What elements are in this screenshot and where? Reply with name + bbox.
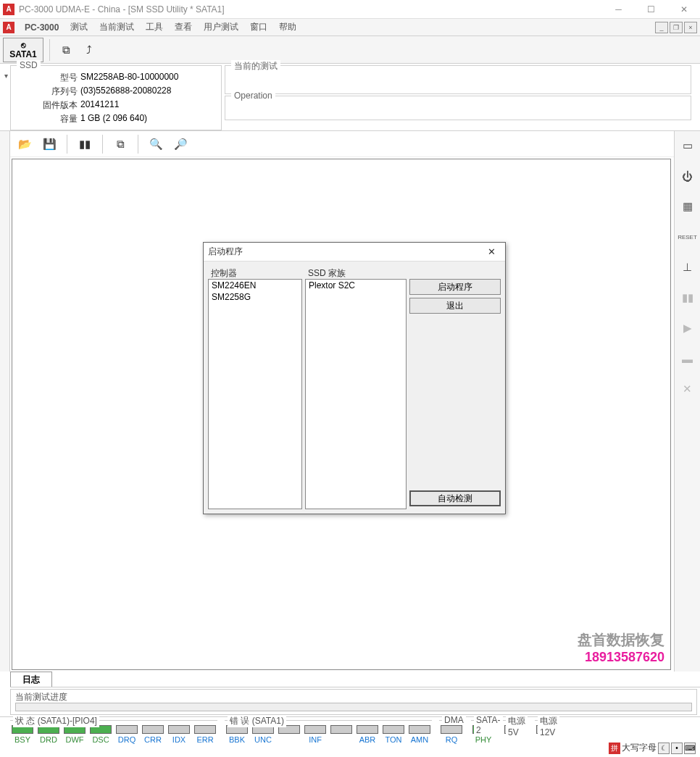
led-cell: AMN <box>407 725 432 744</box>
start-button[interactable]: 启动程序 <box>409 279 501 295</box>
menu-tools[interactable]: 工具 <box>140 21 169 33</box>
exit-button[interactable]: ⤴ <box>79 40 99 60</box>
led-indicator <box>330 725 352 734</box>
exit-dialog-button[interactable]: 退出 <box>409 298 501 314</box>
current-test-panel: 当前的测试 <box>225 65 691 94</box>
led-cell: BSY <box>10 725 35 744</box>
led-label: BSY <box>10 735 35 744</box>
dialog-close-button[interactable]: ✕ <box>482 245 501 259</box>
play-icon[interactable]: ▶ <box>678 318 698 338</box>
progress-label: 当前测试进度 <box>15 691 67 703</box>
open-button[interactable]: 📂 <box>14 134 35 154</box>
led-indicator <box>441 725 462 734</box>
copy-all-button[interactable]: ⧉ <box>110 134 130 154</box>
led-indicator <box>116 725 138 734</box>
dialog-title-text: 启动程序 <box>208 246 243 258</box>
controller-item[interactable]: SM2258G <box>209 291 301 303</box>
led-label: UNC <box>251 735 275 744</box>
led-cell: INF <box>303 725 328 744</box>
status-group-label: 状 态 (SATA1)-[PIO4] <box>13 715 99 727</box>
ssd-info-panel: SSD 型号 SM2258AB-80-10000000 序列号 (03)5526… <box>10 65 222 130</box>
startup-dialog: 启动程序 ✕ 控制器 SM2246ENSM2258G SSD 家族 Plexto… <box>203 242 506 514</box>
chip2-icon[interactable]: ▬ <box>678 348 698 369</box>
menu-window[interactable]: 窗口 <box>244 21 273 33</box>
led-label: DRQ <box>114 735 139 744</box>
sata-icon: ⎋ <box>21 41 26 49</box>
status-group-5v: 电源 5V <box>503 720 528 735</box>
tab-log[interactable]: 日志 <box>10 672 52 687</box>
led-cell: DRQ <box>114 725 139 744</box>
find-button[interactable]: 🔍 <box>146 134 166 154</box>
ime-kb-icon[interactable]: ⌨ <box>684 743 696 754</box>
find-next-button[interactable]: 🔎 <box>170 134 191 154</box>
ssd-family-item[interactable]: Plextor S2C <box>306 280 406 291</box>
auto-detect-button[interactable]: 自动检测 <box>409 490 501 506</box>
led-indicator <box>194 725 216 734</box>
led-label: INF <box>303 735 328 744</box>
watermark-line2: 18913587620 <box>578 650 664 665</box>
chip-icon[interactable]: ▭ <box>678 135 698 156</box>
status-group-sata2: SATA-2PHY <box>471 720 496 744</box>
mdi-minimize-button[interactable]: _ <box>655 22 668 33</box>
led-label: BBK <box>225 735 249 744</box>
led-label: DSC <box>88 735 113 744</box>
maximize-button[interactable]: ☐ <box>635 0 667 19</box>
spacer <box>409 266 501 279</box>
mdi-restore-button[interactable]: ❐ <box>670 22 683 33</box>
menubar: A PC-3000 测试 当前测试 工具 查看 用户测试 窗口 帮助 _ ❐ × <box>0 19 700 36</box>
ime-text: 大写字母 <box>622 742 657 754</box>
controller-header: 控制器 <box>208 266 302 279</box>
controller-list[interactable]: SM2246ENSM2258G <box>208 279 302 509</box>
led-indicator <box>357 725 378 734</box>
minimize-button[interactable]: ─ <box>602 0 635 19</box>
ime-moon-icon[interactable]: ☾ <box>658 743 670 754</box>
menubar-icon: A <box>3 22 14 33</box>
probe-icon[interactable]: ⊥ <box>678 257 698 277</box>
led-indicator <box>409 725 430 734</box>
ime-dot-icon[interactable]: • <box>671 743 683 754</box>
menu-help[interactable]: 帮助 <box>273 21 302 33</box>
left-gutter <box>0 131 10 672</box>
led-label: ERR <box>193 735 217 744</box>
menu-current-test[interactable]: 当前测试 <box>93 21 140 33</box>
led-cell: CRR <box>141 725 165 744</box>
ime-icon[interactable]: 拼 <box>609 743 620 754</box>
led-cell: TON <box>381 725 406 744</box>
sata-tab[interactable]: ⎋ SATA1 <box>3 38 43 62</box>
settings-icon[interactable]: ✕ <box>678 379 698 399</box>
copy-button[interactable]: ⧉ <box>56 40 76 60</box>
menu-user-test[interactable]: 用户测试 <box>198 21 244 33</box>
expand-toggle[interactable]: ▾ <box>3 72 9 78</box>
ssd-capacity-value: 1 GB (2 096 640) <box>80 113 217 125</box>
power-icon[interactable]: ⏻ <box>678 166 698 186</box>
ic-icon[interactable]: ▦ <box>678 196 698 217</box>
led-label: RQ <box>439 735 464 744</box>
app-icon: A <box>3 4 14 15</box>
led-label: IDX <box>167 735 191 744</box>
menu-view[interactable]: 查看 <box>169 21 198 33</box>
watermark: 盘首数据恢复 18913587620 <box>578 630 664 665</box>
controller-item[interactable]: SM2246EN <box>209 280 301 291</box>
led-indicator <box>383 725 404 734</box>
pause-icon[interactable]: ▮▮ <box>678 288 698 308</box>
pause-button[interactable]: ▮▮ <box>75 134 95 154</box>
dialog-titlebar[interactable]: 启动程序 ✕ <box>204 243 505 262</box>
menu-test[interactable]: 测试 <box>64 21 93 33</box>
separator <box>138 135 138 154</box>
ssd-family-header: SSD 家族 <box>305 266 407 279</box>
led-cell: UNC <box>251 725 275 744</box>
ssd-fw-label: 固件版本 <box>27 99 78 112</box>
watermark-line1: 盘首数据恢复 <box>578 630 664 650</box>
status-group-12v: 电源 12V <box>535 720 559 735</box>
reset-icon[interactable]: RESET <box>678 227 698 247</box>
close-button[interactable]: ✕ <box>667 0 700 19</box>
status-group-label: 电源 5V <box>506 715 528 737</box>
separator <box>67 135 67 154</box>
ssd-model-label: 型号 <box>27 72 78 84</box>
status-group-dma: DMARQ <box>439 720 464 744</box>
mdi-close-button[interactable]: × <box>684 22 697 33</box>
ssd-family-list[interactable]: Plextor S2C <box>305 279 407 509</box>
save-button[interactable]: 💾 <box>39 134 59 154</box>
operation-legend: Operation <box>231 91 275 101</box>
brand-label: PC-3000 <box>19 22 64 33</box>
